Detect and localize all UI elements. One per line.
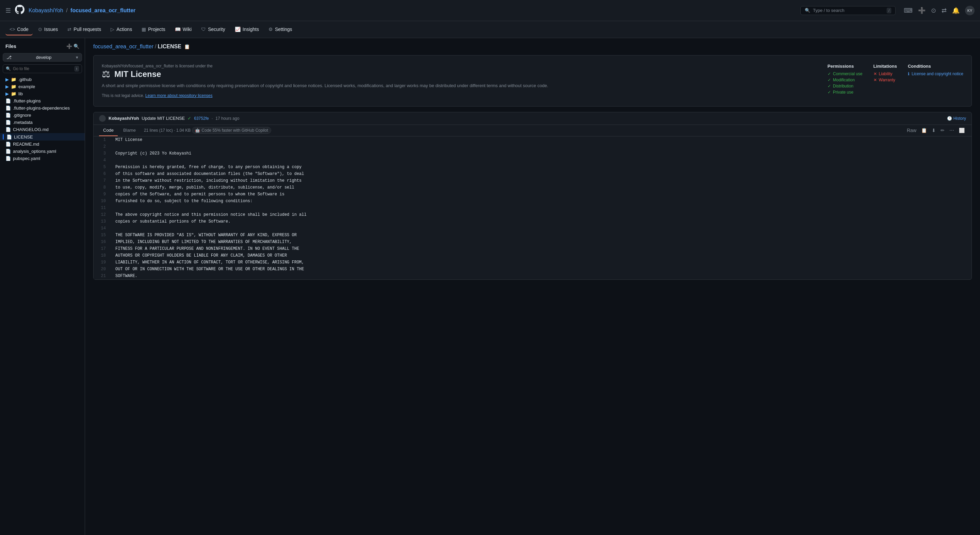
nav-item-pull-requests[interactable]: ⇄ Pull requests [63,24,105,35]
file-license[interactable]: 📄 LICENSE [0,133,85,140]
line-number: 14 [94,225,106,232]
issues-nav-icon: ⊙ [38,27,42,32]
search-files-icon[interactable]: 🔍 [73,43,79,49]
nav-label-settings: Settings [275,27,292,32]
tab-blame[interactable]: Blame [119,125,140,136]
check-icon: ✓ [827,90,831,95]
search-files-input[interactable] [13,66,73,71]
file-name-gitignore: .gitignore [13,113,31,118]
line-number: 12 [94,211,106,218]
sidebar-header-icons: ➕ 🔍 [66,43,79,49]
issue-icon[interactable]: ⊙ [931,7,936,14]
breadcrumb-separator: / [155,43,156,50]
nav-item-insights[interactable]: 📈 Insights [231,24,263,35]
copy-raw-button[interactable]: 📋 [920,126,928,134]
code-line [115,143,966,150]
more-options-button[interactable]: ⋯ [948,126,956,134]
file-analysis-options[interactable]: 📄 analysis_options.yaml [0,148,85,155]
code-line: AUTHORS OR COPYRIGHT HOLDERS BE LIABLE F… [115,252,966,259]
code-line: THE SOFTWARE IS PROVIDED "AS IS", WITHOU… [115,232,966,239]
code-line: The above copyright notice and this perm… [115,211,966,218]
line-number: 21 [94,272,106,279]
hamburger-icon[interactable]: ☰ [5,7,11,14]
copilot-badge[interactable]: 🤖 Code 55% faster with GitHub Copilot [192,127,271,134]
edit-button[interactable]: ✏ [939,126,946,134]
file-icon: 📄 [5,127,11,132]
code-line: of this software and associated document… [115,170,966,177]
commit-author: KobayashiYoh [108,116,139,121]
breadcrumb-repo-link[interactable]: focused_area_ocr_flutter [93,43,153,50]
line-number: 13 [94,218,106,225]
file-pubspec[interactable]: 📄 pubspec.yaml [0,155,85,162]
avatar[interactable]: KY [965,6,975,15]
search-bar[interactable]: 🔍 Type / to search / [800,6,896,15]
nav-item-projects[interactable]: ▦ Projects [137,24,169,35]
code-line: furnished to do so, subject to the follo… [115,198,966,205]
balance-scale-icon: ⚖ [102,68,110,80]
folder-icon: ▶ [5,77,9,82]
breadcrumb: focused_area_ocr_flutter / LICENSE 📋 [93,43,972,50]
search-placeholder: Type / to search [813,8,845,13]
commit-time: 17 hours ago [215,116,239,121]
file-readme[interactable]: 📄 README.md [0,140,85,148]
download-button[interactable]: ⬇ [930,126,937,134]
file-changelog[interactable]: 📄 CHANGELOG.md [0,126,85,133]
line-number: 4 [94,157,106,164]
add-file-icon[interactable]: ➕ [66,43,72,49]
file-name-changelog: CHANGELOG.md [13,127,49,132]
line-number: 8 [94,184,106,191]
raw-button[interactable]: Raw [905,126,918,134]
actions-nav-icon: ▷ [111,27,115,32]
file-metadata[interactable]: 📄 .metadata [0,119,85,126]
nav-item-issues[interactable]: ⊙ Issues [34,24,62,35]
nav-item-code[interactable]: <> Code [5,24,33,35]
search-shortcut: t [75,66,79,72]
repo-owner-link[interactable]: KobayashiYoh [29,8,63,13]
file-flutter-plugins-deps[interactable]: 📄 .flutter-plugins-dependencies [0,105,85,111]
repo-name-link[interactable]: focused_area_ocr_flutter [70,8,135,13]
line-number: 10 [94,198,106,205]
terminal-icon[interactable]: ⌨ [904,7,913,14]
code-line: Copyright (c) 2023 Yo Kobayashi [115,150,966,157]
expand-button[interactable]: ⬜ [958,126,966,134]
file-actions: Raw 📋 ⬇ ✏ ⋯ ⬜ [905,126,966,134]
code-line: copies of the Software, and to permit pe… [115,191,966,198]
code-line: copies or substantial portions of the So… [115,218,966,225]
nav-label-code: Code [17,27,28,32]
nav-item-wiki[interactable]: 📖 Wiki [171,24,196,35]
folder-example[interactable]: ▶ 📁 example [0,83,85,90]
file-name-analysis-options: analysis_options.yaml [13,149,56,154]
history-button[interactable]: 🕐 History [947,116,966,121]
notification-icon[interactable]: 🔔 [952,7,959,14]
folder-lib[interactable]: ▶ 📁 lib [0,90,85,97]
file-name-flutter-plugins-deps: .flutter-plugins-dependencies [13,105,70,111]
pullrequest-icon[interactable]: ⇄ [942,7,947,14]
commit-author-avatar [99,115,106,122]
tab-code[interactable]: Code [99,125,118,136]
nav-item-actions[interactable]: ▷ Actions [107,24,136,35]
search-icon: 🔍 [805,8,810,13]
commit-hash[interactable]: 63752fe [194,116,208,121]
folder-github[interactable]: ▶ 📁 .github [0,76,85,83]
line-number: 11 [94,205,106,211]
file-icon: 📄 [5,113,11,118]
commit-message: Update MIT LICENSE [142,116,185,121]
copy-path-button[interactable]: 📋 [184,44,190,49]
plus-icon[interactable]: ➕ [918,7,926,14]
perm-modification: ✓ Modification [827,78,862,82]
line-number: 6 [94,170,106,177]
folder-open-icon: 📁 [11,77,16,82]
nav-item-security[interactable]: 🛡 Security [197,24,229,35]
file-flutter-plugins[interactable]: 📄 .flutter-plugins [0,97,85,105]
search-files-bar[interactable]: 🔍 t [3,64,82,73]
license-description: A short and simple permissive license wi… [102,82,819,89]
branch-selector[interactable]: ⎇ develop ▾ [3,53,82,62]
conditions-title: Conditions [908,64,963,69]
nav-item-settings[interactable]: ⚙ Settings [264,24,296,35]
learn-more-link[interactable]: Learn more about repository licenses [145,93,212,98]
limit-liability: ✕ Liability [873,72,897,76]
nav-label-issues: Issues [44,27,58,32]
github-logo-icon[interactable] [15,5,24,16]
file-gitignore[interactable]: 📄 .gitignore [0,111,85,119]
folder-open-icon: 📁 [11,91,16,96]
